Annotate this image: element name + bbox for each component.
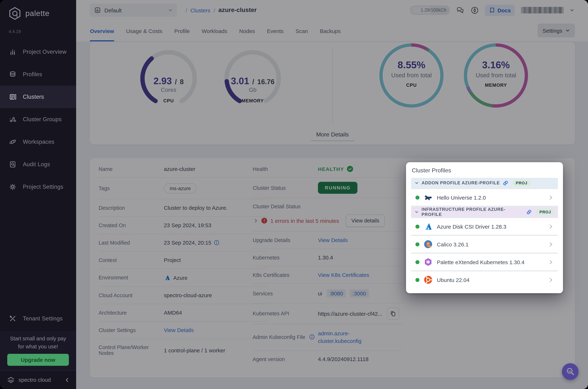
footer-brand-text: spectro cloud [19, 377, 51, 383]
status-dot-icon [416, 195, 420, 199]
promo-text-line1: Start small and only pay [0, 331, 76, 343]
sidebar-item-cluster-groups[interactable]: Cluster Groups [0, 108, 76, 131]
hello-universe-logo-icon [423, 193, 433, 202]
chevron-right-icon [548, 241, 554, 247]
profile-item-pxk[interactable]: Palette eXtended Kubernetes 1.30.4 [411, 254, 558, 270]
sidebar-item-audit-logs[interactable]: Audit Logs [0, 153, 76, 176]
profile-item-ubuntu[interactable]: Ubuntu 22.04 [411, 271, 558, 288]
bar-chart-icon [9, 48, 17, 56]
brand-name: palette [25, 9, 50, 18]
addon-profile-header[interactable]: ADDON PROFILE AZURE-PROFILE PROJ [411, 178, 558, 188]
sidebar-item-label: Audit Logs [23, 161, 50, 168]
sidebar-item-label: Cluster Groups [23, 116, 62, 123]
status-dot-icon [416, 278, 420, 282]
sidebar-item-workspaces[interactable]: Workspaces [0, 131, 76, 153]
tools-icon [9, 315, 17, 323]
upgrade-now-button[interactable]: Upgrade now [7, 354, 69, 366]
chevron-right-icon [548, 195, 554, 200]
profiles-list: ADDON PROFILE AZURE-PROFILE PROJ [411, 178, 558, 288]
sidebar-nav: Project Overview Profiles [0, 41, 76, 198]
collapse-sidebar-icon[interactable] [64, 377, 70, 382]
azure-logo-icon [423, 222, 433, 231]
palette-kubernetes-logo-icon [423, 257, 433, 267]
ubuntu-logo-icon [423, 275, 433, 285]
chevron-right-icon [548, 259, 554, 265]
chevron-right-icon [548, 277, 554, 283]
profile-item-calico[interactable]: Calico 3.26.1 [411, 236, 558, 253]
doc-search-icon [9, 161, 17, 168]
upgrade-promo: Start small and only pay for what you us… [0, 331, 76, 370]
app-window: palette 4.4.19 Project Overview [0, 0, 588, 389]
link-icon [527, 209, 532, 215]
status-dot-icon [416, 260, 420, 264]
chevron-down-icon [415, 210, 419, 214]
infrastructure-profile-header[interactable]: INFRASTRUCTURE PROFILE AZURE-PROFILE PRO… [411, 207, 558, 217]
calico-logo-icon [423, 239, 433, 249]
scope-badge: PROJ [513, 180, 531, 186]
sidebar-item-label: Project Overview [23, 49, 66, 55]
sidebar: palette 4.4.19 Project Overview [0, 0, 76, 389]
sidebar-item-label: Tenant Settings [23, 315, 63, 322]
sidebar-item-label: Project Settings [23, 184, 63, 190]
sidebar-item-label: Workspaces [23, 139, 54, 145]
nodes-icon [9, 115, 17, 123]
chevron-down-icon [415, 181, 419, 185]
profile-item-hello-universe[interactable]: Hello Universe 1.2.0 [411, 189, 558, 206]
sidebar-item-label: Profiles [23, 71, 42, 78]
main-area: Default / Clusters / azure-cluster 1.29/… [76, 0, 588, 389]
app-version: 4.4.19 [9, 29, 21, 34]
cluster-profiles-panel: Cluster Profiles ADDON PROFILE AZURE-PRO… [406, 162, 563, 293]
status-dot-icon [416, 225, 420, 228]
sidebar-footer: spectro cloud [0, 370, 76, 389]
status-dot-icon [416, 242, 420, 246]
link-icon [503, 180, 508, 186]
spectro-cloud-logo-icon [6, 375, 15, 384]
orbit-icon [9, 138, 17, 146]
panel-title: Cluster Profiles [412, 167, 558, 174]
sidebar-item-clusters[interactable]: Clusters [0, 86, 76, 108]
chevron-right-icon [548, 224, 554, 229]
brand: palette [0, 0, 76, 20]
profile-item-azure-disk[interactable]: Azure Disk CSI Driver 1.28.3 [411, 218, 558, 235]
sidebar-item-tenant-settings[interactable]: Tenant Settings [0, 310, 76, 328]
layers-icon [9, 70, 17, 78]
promo-text-line2: for what you use! [0, 343, 76, 351]
sidebar-item-label: Clusters [23, 94, 44, 100]
clusters-icon [9, 93, 17, 101]
sidebar-item-project-overview[interactable]: Project Overview [0, 41, 76, 63]
palette-logo-icon [8, 6, 22, 20]
gear-icon [9, 183, 17, 191]
scope-badge: PROJ [536, 209, 554, 215]
sidebar-item-project-settings[interactable]: Project Settings [0, 176, 76, 198]
sidebar-item-profiles[interactable]: Profiles [0, 63, 76, 86]
